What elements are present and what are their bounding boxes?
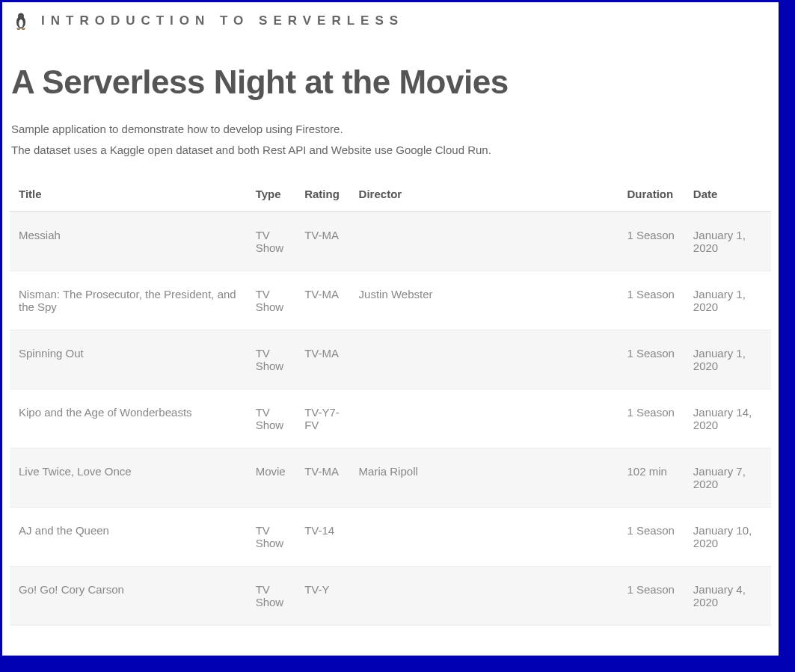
col-header-rating: Rating [295, 177, 349, 212]
table-body: MessiahTV ShowTV-MA1 SeasonJanuary 1, 20… [10, 212, 771, 626]
cell-title: Nisman: The Prosecutor, the President, a… [10, 271, 247, 330]
table-row: MessiahTV ShowTV-MA1 SeasonJanuary 1, 20… [10, 212, 771, 271]
cell-duration: 1 Season [618, 389, 684, 448]
cell-director: Maria Ripoll [350, 448, 618, 507]
cell-type: Movie [247, 448, 295, 507]
cell-date: January 7, 2020 [684, 448, 771, 507]
table-row: Live Twice, Love OnceMovieTV-MAMaria Rip… [10, 448, 771, 507]
cell-director [350, 507, 618, 566]
table-header-row: Title Type Rating Director Duration Date [10, 177, 771, 212]
cell-director [350, 566, 618, 625]
cell-title: Spinning Out [10, 330, 247, 389]
cell-director [350, 212, 618, 271]
intro-line-2: The dataset uses a Kaggle open dataset a… [11, 140, 771, 161]
cell-duration: 1 Season [618, 507, 684, 566]
cell-date: January 10, 2020 [684, 507, 771, 566]
svg-point-3 [19, 15, 20, 16]
cell-title: Live Twice, Love Once [10, 448, 247, 507]
svg-point-7 [22, 28, 25, 30]
svg-marker-5 [20, 17, 22, 19]
cell-date: January 1, 2020 [684, 271, 771, 330]
table-row: AJ and the QueenTV ShowTV-141 SeasonJanu… [10, 507, 771, 566]
cell-date: January 1, 2020 [684, 212, 771, 271]
cell-type: TV Show [247, 330, 295, 389]
cell-type: TV Show [247, 389, 295, 448]
cell-rating: TV-Y7-FV [295, 389, 349, 448]
movies-table: Title Type Rating Director Duration Date… [10, 177, 771, 626]
penguin-logo-icon [11, 11, 31, 31]
cell-date: January 1, 2020 [684, 330, 771, 389]
cell-duration: 1 Season [618, 212, 684, 271]
cell-duration: 1 Season [618, 330, 684, 389]
intro-text: Sample application to demonstrate how to… [10, 119, 771, 161]
topbar: INTRODUCTION TO SERVERLESS [2, 2, 779, 38]
col-header-date: Date [684, 177, 771, 212]
cell-date: January 14, 2020 [684, 389, 771, 448]
cell-title: Messiah [10, 212, 247, 271]
cell-duration: 1 Season [618, 566, 684, 625]
svg-point-1 [19, 19, 24, 28]
site-title[interactable]: INTRODUCTION TO SERVERLESS [41, 13, 404, 28]
cell-type: TV Show [247, 271, 295, 330]
cell-director [350, 330, 618, 389]
cell-rating: TV-MA [295, 330, 349, 389]
cell-title: Go! Go! Cory Carson [10, 566, 247, 625]
svg-point-4 [22, 15, 22, 16]
cell-duration: 102 min [618, 448, 684, 507]
table-row: Spinning OutTV ShowTV-MA1 SeasonJanuary … [10, 330, 771, 389]
cell-type: TV Show [247, 212, 295, 271]
cell-title: AJ and the Queen [10, 507, 247, 566]
col-header-director: Director [350, 177, 618, 212]
svg-point-6 [17, 28, 20, 30]
cell-rating: TV-MA [295, 212, 349, 271]
page-title: A Serverless Night at the Movies [11, 64, 771, 101]
cell-rating: TV-MA [295, 448, 349, 507]
cell-title: Kipo and the Age of Wonderbeasts [10, 389, 247, 448]
col-header-type: Type [247, 177, 295, 212]
cell-date: January 4, 2020 [684, 566, 771, 625]
col-header-title: Title [10, 177, 247, 212]
cell-duration: 1 Season [618, 271, 684, 330]
intro-line-1: Sample application to demonstrate how to… [11, 119, 771, 140]
cell-rating: TV-14 [295, 507, 349, 566]
cell-director [350, 389, 618, 448]
cell-director: Justin Webster [350, 271, 618, 330]
table-row: Go! Go! Cory CarsonTV ShowTV-Y1 SeasonJa… [10, 566, 771, 625]
table-row: Nisman: The Prosecutor, the President, a… [10, 271, 771, 330]
cell-rating: TV-Y [295, 566, 349, 625]
col-header-duration: Duration [618, 177, 684, 212]
cell-type: TV Show [247, 507, 295, 566]
cell-rating: TV-MA [295, 271, 349, 330]
cell-type: TV Show [247, 566, 295, 625]
table-row: Kipo and the Age of WonderbeastsTV ShowT… [10, 389, 771, 448]
